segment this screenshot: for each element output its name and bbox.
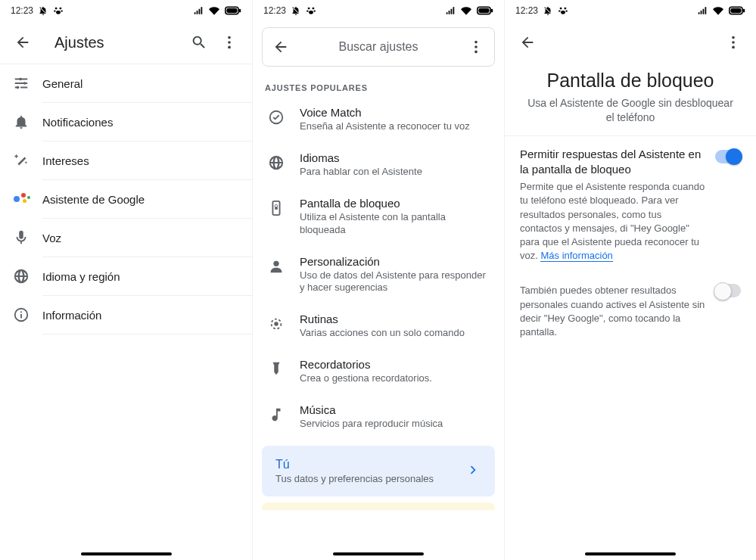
search-placeholder: Buscar ajustes [296, 40, 461, 54]
row-label: Asistente de Google [42, 193, 145, 206]
row-voice[interactable]: Voz [0, 219, 252, 257]
more-button[interactable] [718, 27, 748, 58]
globe-icon [12, 267, 30, 285]
setting-title: Permitir respuestas del Asistente en la … [520, 147, 706, 178]
row-title: Voice Match [300, 106, 470, 119]
screen-settings-root: 12:23 Ajustes General Notificaciones Int… [0, 0, 252, 560]
row-label: Idioma y región [42, 270, 120, 283]
battery-icon [729, 5, 745, 16]
paw-icon [558, 5, 568, 16]
row-language[interactable]: Idioma y región [0, 257, 252, 295]
status-bar: 12:23 [0, 0, 252, 21]
mute-icon [543, 5, 553, 16]
page-subtitle: Usa el Asistente de Google sin desbloque… [505, 96, 756, 135]
setting-description: Permite que el Asistente responda cuando… [520, 180, 706, 263]
card-you[interactable]: Tú Tus datos y preferencias personales [262, 446, 495, 496]
row-subtitle: Varias acciones con un solo comando [300, 327, 465, 340]
nav-indicator [81, 552, 172, 555]
svg-rect-34 [730, 8, 741, 13]
page-title: Pantalla de bloqueo [505, 64, 756, 96]
row-routines[interactable]: RutinasVarias acciones con un solo coman… [253, 303, 504, 349]
row-reminders[interactable]: RecordatoriosCrea o gestiona recordatori… [253, 349, 504, 394]
svg-point-20 [312, 8, 314, 10]
row-label: Notificaciones [42, 116, 113, 129]
row-music[interactable]: MúsicaServicios para reproducir música [253, 394, 504, 440]
svg-point-32 [561, 11, 565, 14]
signal-icon [445, 5, 456, 16]
wand-icon [12, 151, 30, 170]
mute-icon [38, 5, 48, 16]
setting-description: También puedes obtener resultados person… [520, 284, 706, 339]
svg-point-23 [309, 11, 313, 14]
row-title: Pantalla de bloqueo [300, 197, 490, 210]
row-label: Intereses [42, 154, 89, 167]
row-subtitle: Enseña al Asistente a reconocer tu voz [300, 120, 470, 133]
popular-settings-list: Voice MatchEnseña al Asistente a reconoc… [253, 97, 504, 440]
info-icon [12, 306, 30, 324]
nav-indicator [333, 552, 424, 555]
row-title: Rutinas [300, 313, 465, 325]
row-interests[interactable]: Intereses [0, 142, 252, 179]
svg-point-19 [308, 8, 310, 10]
back-button[interactable] [266, 32, 296, 62]
svg-point-11 [55, 8, 58, 10]
status-time: 12:23 [515, 5, 538, 16]
svg-point-30 [558, 10, 560, 11]
svg-point-31 [566, 10, 568, 11]
settings-list: General Notificaciones Intereses Asisten… [0, 64, 252, 334]
row-title: Música [300, 403, 443, 416]
row-notifications[interactable]: Notificaciones [0, 103, 252, 141]
svg-rect-35 [743, 9, 745, 13]
svg-rect-17 [226, 8, 237, 13]
routines-icon [266, 314, 286, 334]
chevron-right-icon [465, 462, 481, 481]
svg-rect-25 [478, 8, 489, 13]
row-title: Idiomas [300, 151, 422, 164]
signal-icon [697, 5, 708, 16]
setting-allow-responses: Permitir respuestas del Asistente en la … [505, 136, 756, 271]
svg-rect-18 [239, 9, 241, 13]
row-languages[interactable]: IdiomasPara hablar con el Asistente [253, 142, 504, 188]
svg-point-21 [306, 10, 308, 11]
row-personalization[interactable]: PersonalizaciónUso de datos del Asistent… [253, 246, 504, 304]
status-bar: 12:23 [253, 0, 504, 21]
section-title: AJUSTES POPULARES [253, 74, 504, 97]
row-general[interactable]: General [0, 64, 252, 102]
header [505, 21, 756, 64]
setting-personal-results: También puedes obtener resultados person… [505, 270, 756, 347]
signal-icon [193, 5, 204, 16]
row-voice-match[interactable]: Voice MatchEnseña al Asistente a reconoc… [253, 97, 504, 142]
bell-icon [12, 113, 30, 131]
row-label: Información [42, 309, 101, 322]
row-label: General [42, 77, 82, 90]
person-icon [266, 257, 286, 276]
wifi-icon [460, 5, 472, 16]
screen-lockscreen-settings: 12:23 Pantalla de bloqueo Usa el Asisten… [504, 0, 756, 560]
more-button[interactable] [461, 32, 491, 62]
search-button[interactable] [184, 27, 214, 58]
back-button[interactable] [8, 27, 38, 58]
svg-point-12 [59, 8, 61, 10]
mute-icon [291, 5, 301, 16]
row-assistant[interactable]: Asistente de Google [0, 180, 252, 218]
row-title: Recordatorios [300, 358, 432, 371]
more-info-link[interactable]: Más información [540, 250, 612, 262]
row-subtitle: Servicios para reproducir música [300, 418, 443, 431]
row-info[interactable]: Información [0, 296, 252, 334]
assistant-icon [12, 190, 30, 208]
screen-settings-search: 12:23 Buscar ajustes AJUSTES POPULARES V… [252, 0, 504, 560]
row-lockscreen[interactable]: Pantalla de bloqueoUtiliza el Asistente … [253, 188, 504, 246]
battery-icon [225, 5, 241, 16]
search-bar[interactable]: Buscar ajustes [262, 27, 495, 67]
nav-indicator [585, 552, 676, 555]
back-button[interactable] [512, 27, 543, 58]
lockphone-icon [266, 198, 286, 218]
toggle-allow-responses[interactable] [715, 150, 741, 163]
wifi-icon [712, 5, 724, 16]
toggle-personal-results[interactable] [715, 284, 741, 297]
header: Ajustes [0, 21, 252, 64]
row-label: Voz [42, 232, 61, 244]
row-subtitle: Para hablar con el Asistente [300, 166, 422, 179]
svg-point-14 [61, 10, 63, 11]
more-button[interactable] [214, 27, 244, 58]
